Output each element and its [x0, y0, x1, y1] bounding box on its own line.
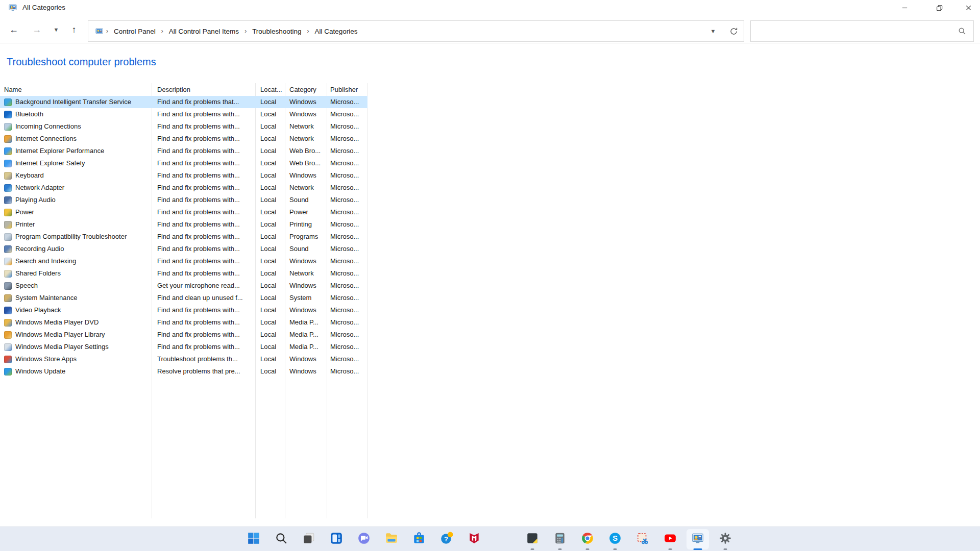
printer-icon: [4, 221, 12, 229]
taskbar-calculator-button[interactable]: [546, 527, 574, 551]
list-item[interactable]: Windows Media Player SettingsFind and fi…: [0, 341, 368, 353]
item-location: Local: [255, 341, 285, 353]
item-name: Background Intelligent Transfer Service: [15, 96, 131, 108]
forward-button[interactable]: →: [29, 22, 45, 37]
item-location: Local: [255, 292, 285, 304]
list-item[interactable]: PrinterFind and fix problems with...Loca…: [0, 218, 368, 231]
item-location: Local: [255, 218, 285, 231]
list-item[interactable]: BluetoothFind and fix problems with...Lo…: [0, 108, 368, 120]
item-name: Recording Audio: [15, 243, 64, 255]
list-item[interactable]: Windows UpdateResolve problems that pre.…: [0, 365, 368, 378]
item-publisher: Microso...: [327, 157, 367, 169]
window-title: All Categories: [22, 0, 65, 15]
item-name: Network Adapter: [15, 182, 64, 194]
incoming-connections-icon: [4, 123, 12, 131]
close-button[interactable]: [957, 0, 980, 15]
control-panel-window-icon: [8, 3, 17, 12]
wmp-library-icon: [4, 331, 12, 339]
taskbar-youtube-button[interactable]: [656, 527, 684, 551]
column-header-description[interactable]: Description: [152, 83, 255, 96]
list-item[interactable]: Internet ConnectionsFind and fix problem…: [0, 133, 368, 145]
svg-text:?: ?: [444, 535, 448, 543]
troubleshooter-list: NameDescriptionLocat...CategoryPublisher…: [0, 83, 368, 518]
item-location: Local: [255, 329, 285, 341]
restore-button[interactable]: [927, 0, 951, 15]
list-item[interactable]: Search and IndexingFind and fix problems…: [0, 255, 368, 267]
item-publisher: Microso...: [327, 206, 367, 218]
taskbar-start-button[interactable]: [240, 527, 267, 551]
search-icon[interactable]: [958, 27, 966, 37]
taskbar-search-button[interactable]: [267, 527, 295, 551]
item-category: Media P...: [285, 341, 327, 353]
list-item[interactable]: Recording AudioFind and fix problems wit…: [0, 243, 368, 255]
taskbar-settings-button[interactable]: [712, 527, 739, 551]
refresh-button[interactable]: [723, 27, 744, 36]
column-header-category[interactable]: Category: [285, 83, 327, 96]
gethelp-icon: ?: [440, 532, 453, 547]
list-item[interactable]: Playing AudioFind and fix problems with.…: [0, 194, 368, 206]
breadcrumb-item[interactable]: All Control Panel Items: [166, 25, 242, 38]
address-bar[interactable]: ›Control Panel›All Control Panel Items›T…: [88, 20, 744, 42]
taskbar-mcafee-button[interactable]: [460, 527, 488, 551]
list-item[interactable]: SpeechGet your microphone read...LocalWi…: [0, 280, 368, 292]
item-location: Local: [255, 353, 285, 365]
system-maintenance-icon: [4, 294, 12, 302]
item-publisher: Microso...: [327, 365, 367, 378]
list-item[interactable]: Network AdapterFind and fix problems wit…: [0, 182, 368, 194]
taskbar-chrome-button[interactable]: [574, 527, 601, 551]
breadcrumb-item[interactable]: All Categories: [311, 25, 360, 38]
column-header-publisher[interactable]: Publisher: [327, 83, 367, 96]
list-item[interactable]: Incoming ConnectionsFind and fix problem…: [0, 120, 368, 133]
list-item[interactable]: Background Intelligent Transfer ServiceF…: [0, 96, 368, 108]
item-name-cell: Speech: [0, 280, 152, 292]
taskbar-taskview-button[interactable]: [295, 527, 323, 551]
minimize-button[interactable]: [893, 0, 916, 15]
item-description: Find and fix problems with...: [152, 133, 255, 145]
snip-icon: [636, 532, 649, 547]
list-item[interactable]: PowerFind and fix problems with...LocalP…: [0, 206, 368, 218]
taskbar-store-button[interactable]: [405, 527, 433, 551]
search-box[interactable]: [750, 20, 974, 42]
recent-pages-chevron-icon[interactable]: ▼: [48, 22, 64, 37]
item-publisher: Microso...: [327, 316, 367, 329]
item-category: Windows: [285, 108, 327, 120]
item-category: Windows: [285, 365, 327, 378]
list-item[interactable]: Windows Store AppsTroubleshoot problems …: [0, 353, 368, 365]
taskbar-snip-button[interactable]: [629, 527, 656, 551]
list-item[interactable]: Windows Media Player DVDFind and fix pro…: [0, 316, 368, 329]
up-button[interactable]: ↑: [66, 22, 82, 37]
taskbar-skype-button[interactable]: S: [601, 527, 629, 551]
network-adapter-icon: [4, 184, 12, 192]
item-description: Find and fix problems with...: [152, 194, 255, 206]
taskbar-stickynotes-button[interactable]: [519, 527, 546, 551]
column-header-locat[interactable]: Locat...: [255, 83, 285, 96]
svg-text:S: S: [612, 534, 618, 542]
item-description: Find and fix problems that...: [152, 96, 255, 108]
list-item[interactable]: Video PlaybackFind and fix problems with…: [0, 304, 368, 316]
taskbar-gethelp-button[interactable]: ?: [433, 527, 460, 551]
breadcrumb-item[interactable]: Control Panel: [111, 25, 159, 38]
list-item[interactable]: Internet Explorer PerformanceFind and fi…: [0, 145, 368, 157]
item-description: Find and fix problems with...: [152, 267, 255, 280]
item-name-cell: Internet Connections: [0, 133, 152, 145]
list-item[interactable]: Program Compatibility TroubleshooterFind…: [0, 231, 368, 243]
list-item[interactable]: System MaintenanceFind and clean up unus…: [0, 292, 368, 304]
taskbar-widgets-button[interactable]: [323, 527, 350, 551]
search-input[interactable]: [756, 21, 955, 41]
back-button[interactable]: ←: [6, 22, 22, 37]
address-dropdown-chevron-icon[interactable]: ▼: [703, 28, 723, 34]
item-name: Shared Folders: [15, 267, 61, 280]
taskbar-controlpanel-button[interactable]: [684, 527, 712, 551]
column-header-name[interactable]: Name: [0, 83, 152, 96]
item-location: Local: [255, 243, 285, 255]
list-item[interactable]: Shared FoldersFind and fix problems with…: [0, 267, 368, 280]
list-item[interactable]: Internet Explorer SafetyFind and fix pro…: [0, 157, 368, 169]
list-item[interactable]: KeyboardFind and fix problems with...Loc…: [0, 169, 368, 182]
skype-icon: S: [608, 532, 622, 547]
taskbar-chat-button[interactable]: [350, 527, 378, 551]
breadcrumb-item[interactable]: Troubleshooting: [249, 25, 304, 38]
taskbar-explorer-button[interactable]: [378, 527, 405, 551]
list-item[interactable]: Windows Media Player LibraryFind and fix…: [0, 329, 368, 341]
running-indicator: [614, 548, 617, 550]
item-location: Local: [255, 316, 285, 329]
